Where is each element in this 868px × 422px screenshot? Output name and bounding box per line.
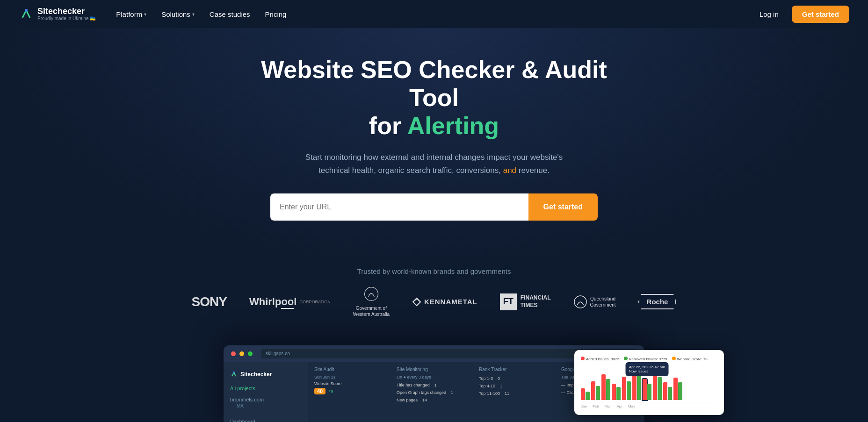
chevron-down-icon: ▾ bbox=[144, 12, 146, 17]
trusted-section: Trusted by world-known brands and govern… bbox=[0, 267, 868, 336]
nav-solutions[interactable]: Solutions ▾ bbox=[156, 7, 200, 22]
nav-pricing[interactable]: Pricing bbox=[260, 7, 292, 22]
bar bbox=[637, 374, 641, 400]
bar bbox=[668, 387, 672, 400]
bar bbox=[673, 378, 678, 400]
monitoring-changes: Title has changed 1 Open Graph tags chan… bbox=[397, 381, 473, 404]
sidebar-all-projects[interactable]: All projects bbox=[224, 383, 308, 394]
site-monitoring-col: Site Monitoring On ● every 3 days Title … bbox=[397, 367, 473, 422]
window-maximize-dot bbox=[248, 351, 253, 356]
get-started-nav-button[interactable]: Get started bbox=[792, 6, 849, 23]
hero-subtitle: Start monitoring how external and intern… bbox=[294, 151, 574, 176]
bar bbox=[601, 374, 606, 400]
brand-ft: FT FINANCIALTIMES bbox=[500, 293, 551, 310]
nav-platform[interactable]: Platform ▾ bbox=[110, 7, 152, 22]
url-input[interactable] bbox=[270, 193, 528, 221]
kennametal-icon bbox=[412, 297, 421, 307]
logo-icon bbox=[19, 7, 34, 21]
brand-sony: SONY bbox=[192, 294, 227, 309]
bar bbox=[678, 382, 682, 400]
bar bbox=[622, 377, 626, 400]
bar bbox=[647, 384, 651, 400]
dashboard-section: skillgaps.co Sitechecker All projects br… bbox=[0, 336, 868, 422]
brand-whirlpool: Whirlpool CORPORATION bbox=[249, 296, 331, 308]
chevron-down-icon: ▾ bbox=[192, 12, 195, 17]
brand-kennametal: KENNAMETAL bbox=[412, 297, 477, 307]
brand-roche: Roche bbox=[638, 294, 677, 309]
bar bbox=[612, 384, 616, 400]
site-audit-label: Website Score bbox=[314, 381, 391, 386]
window-minimize-dot bbox=[239, 351, 244, 356]
site-audit-col: Site Audit Sun Jun 11 Website Score 40 +… bbox=[314, 367, 391, 422]
hero-title-accent: Alerting bbox=[407, 112, 499, 139]
dashboard-sidebar: Sitechecker All projects brammels.com MA… bbox=[224, 362, 308, 422]
nav-items: Platform ▾ Solutions ▾ Case studies Pric… bbox=[110, 7, 292, 22]
logo-name: Sitechecker bbox=[37, 7, 95, 16]
search-bar: Get started bbox=[270, 193, 598, 221]
address-bar-text: skillgaps.co bbox=[266, 351, 290, 356]
brand-gov-wa: Government ofWestern Australia bbox=[353, 286, 390, 317]
hero-title-line2: for Alerting bbox=[247, 112, 621, 140]
brands-row: SONY Whirlpool CORPORATION Government of… bbox=[192, 286, 677, 317]
rank-tracker-title: Rank Tracker bbox=[479, 367, 556, 372]
hero-get-started-button[interactable]: Get started bbox=[528, 193, 598, 221]
navbar: Sitechecker Proudly made in Ukraine 🇺🇦 P… bbox=[0, 0, 868, 28]
rank-metrics: Top 1-3 0 Top 4-10 1 Top 11-100 11 bbox=[479, 375, 556, 398]
bar-active bbox=[643, 379, 647, 400]
bar bbox=[591, 381, 595, 400]
hero-title: Website SEO Checker & Audit Tool for Ale… bbox=[247, 56, 621, 140]
site-monitoring-title: Site Monitoring bbox=[397, 367, 473, 372]
navbar-left: Sitechecker Proudly made in Ukraine 🇺🇦 P… bbox=[19, 7, 292, 22]
navbar-right: Log in Get started bbox=[754, 6, 849, 23]
gov-wa-icon bbox=[364, 286, 379, 301]
chart-x-labels: JanFebMarAprMay bbox=[581, 404, 717, 408]
svg-point-4 bbox=[233, 372, 235, 373]
hero-section: Website SEO Checker & Audit Tool for Ale… bbox=[0, 28, 868, 267]
chart-bars: Apr 22, 2023 6:47 am Now Issues: bbox=[581, 365, 717, 402]
sidebar-logo: Sitechecker bbox=[224, 368, 308, 383]
logo[interactable]: Sitechecker Proudly made in Ukraine 🇺🇦 bbox=[19, 7, 95, 21]
bar bbox=[653, 372, 657, 400]
bar bbox=[581, 388, 585, 400]
logo-tagline: Proudly made in Ukraine 🇺🇦 bbox=[37, 16, 95, 21]
sidebar-dashboard[interactable]: Dashboard bbox=[224, 416, 308, 422]
bar bbox=[586, 392, 590, 400]
trusted-label: Trusted by world-known brands and govern… bbox=[357, 267, 511, 275]
chart-legend: Added Issues: 3872 Removed Issues: 3779 … bbox=[581, 357, 717, 361]
sidebar-logo-icon bbox=[230, 371, 238, 378]
window-close-dot bbox=[231, 351, 236, 356]
bar bbox=[658, 377, 662, 400]
bar bbox=[616, 387, 621, 400]
site-score-change: +9 bbox=[328, 389, 333, 393]
site-audit-title: Site Audit bbox=[314, 367, 391, 372]
bar bbox=[596, 386, 600, 400]
brand-queensland: QueenslandGovernment bbox=[573, 295, 616, 309]
rank-tracker-col: Rank Tracker Top 1-3 0 Top 4-10 1 Top 11… bbox=[479, 367, 556, 422]
bar bbox=[606, 379, 610, 400]
chart-panel: Added Issues: 3872 Removed Issues: 3779 … bbox=[574, 350, 724, 415]
svg-point-0 bbox=[25, 9, 28, 12]
bar bbox=[627, 381, 631, 400]
site-score-badge: 40 bbox=[314, 388, 326, 394]
nav-case-studies[interactable]: Case studies bbox=[204, 7, 256, 22]
hero-title-line1: Website SEO Checker & Audit Tool bbox=[247, 56, 621, 112]
qld-icon bbox=[573, 295, 587, 309]
login-button[interactable]: Log in bbox=[754, 7, 784, 22]
sidebar-brammels[interactable]: brammels.com MA bbox=[224, 394, 308, 412]
svg-point-1 bbox=[364, 287, 378, 300]
site-audit-date: Sun Jun 11 bbox=[314, 375, 391, 379]
bar bbox=[663, 382, 667, 400]
chart-tooltip: Apr 22, 2023 6:47 am Now Issues: bbox=[625, 362, 669, 376]
